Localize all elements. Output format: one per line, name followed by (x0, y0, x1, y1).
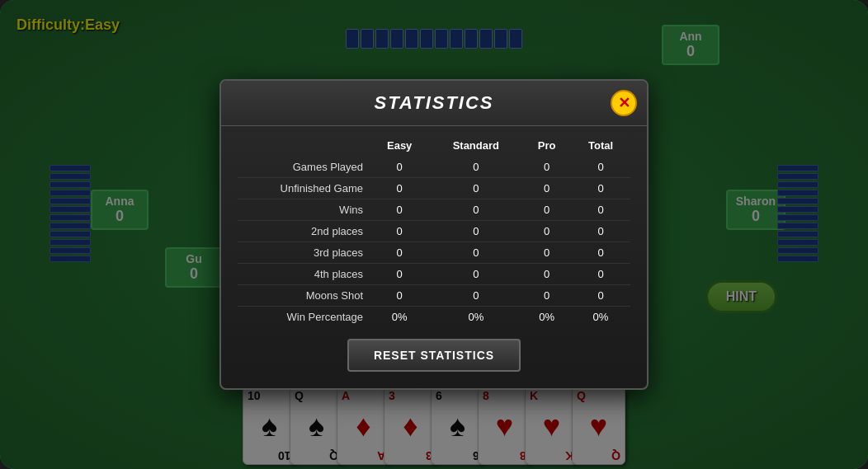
row-total: 0% (571, 307, 630, 328)
col-header-pro: Pro (522, 134, 571, 157)
row-standard: 0 (429, 221, 522, 242)
row-easy: 0 (370, 242, 429, 264)
row-standard: 0 (429, 285, 522, 307)
modal-overlay: STATISTICS ✕ Easy Standard Pro (0, 0, 868, 469)
row-easy: 0 (370, 178, 429, 199)
row-label: Unfinished Game (238, 178, 370, 199)
row-pro: 0 (522, 264, 571, 285)
close-button[interactable]: ✕ (611, 90, 637, 116)
row-standard: 0 (429, 157, 522, 178)
col-header-standard: Standard (429, 134, 522, 157)
col-header-total: Total (571, 134, 630, 157)
row-label: Moons Shot (238, 285, 370, 307)
row-label: Games Played (238, 157, 370, 178)
reset-statistics-button[interactable]: RESET STATISTICS (347, 339, 521, 372)
row-total: 0 (571, 199, 630, 221)
row-standard: 0 (429, 242, 522, 264)
col-header-easy: Easy (370, 134, 429, 157)
row-label: 2nd places (238, 221, 370, 242)
statistics-modal: STATISTICS ✕ Easy Standard Pro (219, 79, 649, 390)
table-row: Unfinished Game 0 0 0 0 (238, 178, 630, 199)
table-row: Games Played 0 0 0 0 (238, 157, 630, 178)
modal-title: STATISTICS (374, 92, 493, 113)
col-header-empty (238, 134, 370, 157)
row-pro: 0 (522, 221, 571, 242)
row-pro: 0 (522, 242, 571, 264)
device-frame: Difficulty:Easy Ann 0 (0, 0, 868, 469)
row-total: 0 (571, 157, 630, 178)
row-label: Wins (238, 199, 370, 221)
row-easy: 0% (370, 307, 429, 328)
row-label: Win Percentage (238, 307, 370, 328)
row-easy: 0 (370, 264, 429, 285)
row-pro: 0% (522, 307, 571, 328)
modal-header: STATISTICS ✕ (221, 81, 647, 126)
row-pro: 0 (522, 285, 571, 307)
table-row: Win Percentage 0% 0% 0% 0% (238, 307, 630, 328)
row-easy: 0 (370, 285, 429, 307)
row-standard: 0 (429, 264, 522, 285)
row-easy: 0 (370, 157, 429, 178)
table-row: Moons Shot 0 0 0 0 (238, 285, 630, 307)
close-icon: ✕ (618, 94, 630, 112)
row-label: 3rd places (238, 242, 370, 264)
row-total: 0 (571, 242, 630, 264)
row-total: 0 (571, 221, 630, 242)
statistics-table: Easy Standard Pro Total Games Played 0 0… (238, 134, 630, 327)
game-background: Difficulty:Easy Ann 0 (0, 0, 868, 469)
row-total: 0 (571, 178, 630, 199)
row-pro: 0 (522, 178, 571, 199)
row-label: 4th places (238, 264, 370, 285)
row-pro: 0 (522, 199, 571, 221)
row-easy: 0 (370, 221, 429, 242)
modal-body: Easy Standard Pro Total Games Played 0 0… (221, 126, 647, 388)
table-row: Wins 0 0 0 0 (238, 199, 630, 221)
table-row: 2nd places 0 0 0 0 (238, 221, 630, 242)
row-total: 0 (571, 264, 630, 285)
row-standard: 0 (429, 199, 522, 221)
row-standard: 0% (429, 307, 522, 328)
table-row: 4th places 0 0 0 0 (238, 264, 630, 285)
reset-button-container: RESET STATISTICS (238, 339, 630, 372)
table-row: 3rd places 0 0 0 0 (238, 242, 630, 264)
row-total: 0 (571, 285, 630, 307)
row-standard: 0 (429, 178, 522, 199)
row-easy: 0 (370, 199, 429, 221)
row-pro: 0 (522, 157, 571, 178)
